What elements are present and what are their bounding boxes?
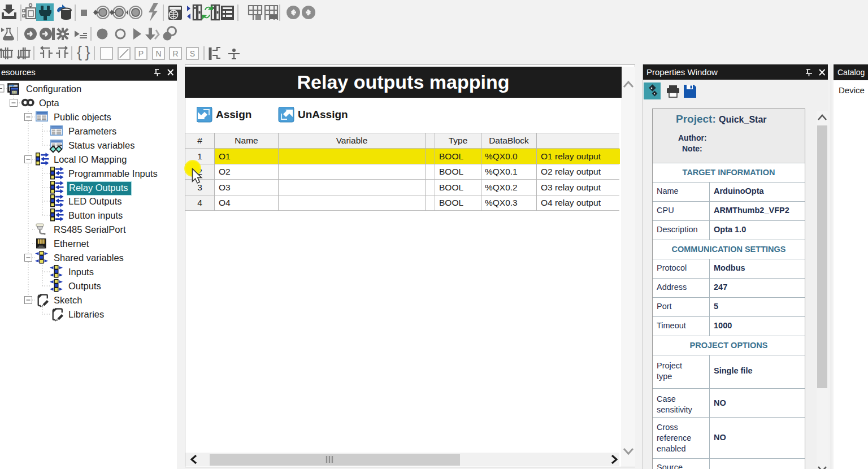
svg-text:R: R	[172, 49, 178, 58]
svg-text:N: N	[155, 49, 161, 58]
svg-text:S: S	[190, 49, 195, 58]
svg-text:{ }: { }	[77, 44, 90, 60]
svg-text:P: P	[138, 49, 144, 58]
